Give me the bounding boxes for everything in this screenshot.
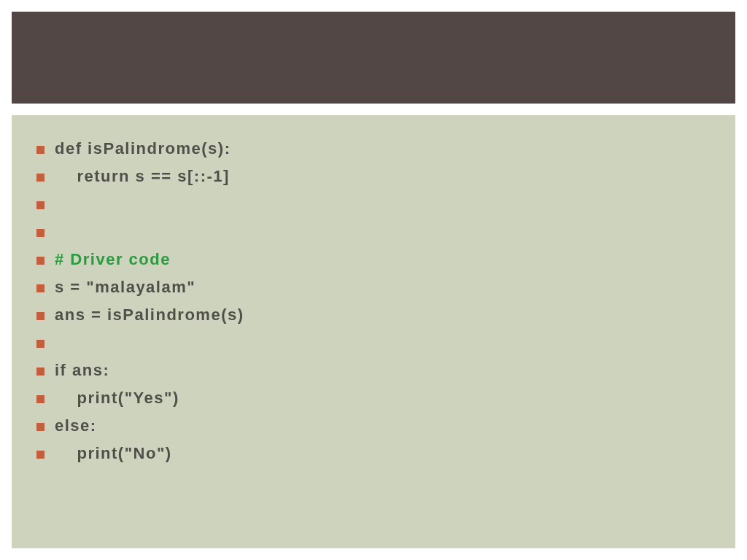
bullet-icon (36, 257, 44, 265)
bullet-icon (36, 146, 44, 154)
code-text: def isPalindrome(s): (55, 139, 231, 158)
code-text: s = "malayalam" (55, 278, 196, 297)
bullet-icon (36, 368, 44, 376)
code-text: ans = isPalindrome(s) (55, 306, 244, 324)
code-line: print("Yes") (36, 385, 711, 411)
code-text: else: (55, 416, 97, 435)
code-line: else: (36, 413, 711, 439)
bullet-icon (36, 423, 44, 431)
code-line: def isPalindrome(s): (36, 136, 711, 162)
code-line: if ans: (36, 357, 711, 384)
bullet-icon (36, 312, 44, 320)
header-bar (12, 12, 735, 104)
code-line: s = "malayalam" (36, 274, 711, 300)
bullet-icon (36, 284, 44, 292)
bullet-icon (36, 229, 44, 237)
code-text: print("No") (55, 444, 172, 463)
bullet-icon (36, 395, 44, 403)
code-text: return s == s[::-1] (55, 167, 230, 186)
code-line (36, 219, 711, 245)
code-comment: # Driver code (55, 250, 171, 269)
bullet-icon (36, 451, 44, 459)
code-line (36, 330, 711, 356)
code-line: ans = isPalindrome(s) (36, 302, 711, 328)
code-line (36, 191, 711, 217)
code-line: return s == s[::-1] (36, 163, 711, 190)
content-area: def isPalindrome(s): return s == s[::-1]… (12, 115, 735, 548)
code-text: print("Yes") (55, 389, 179, 408)
bullet-icon (36, 201, 44, 209)
slide: def isPalindrome(s): return s == s[::-1]… (0, 0, 747, 560)
code-text: if ans: (55, 361, 109, 380)
bullet-icon (36, 174, 44, 182)
code-line: # Driver code (36, 246, 711, 273)
bullet-icon (36, 340, 44, 348)
code-line: print("No") (36, 440, 711, 467)
